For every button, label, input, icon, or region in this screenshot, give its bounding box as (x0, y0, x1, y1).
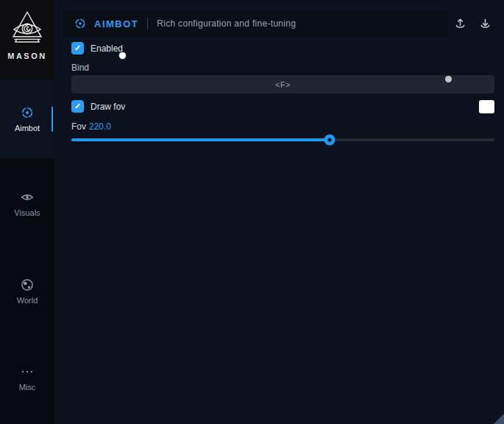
mouse-cursor-dot (119, 52, 126, 59)
sidebar-item-label: World (17, 296, 38, 305)
enabled-label: Enabled (90, 43, 123, 54)
sidebar-item-label: Visuals (14, 208, 40, 217)
fov-value: 220.0 (89, 121, 111, 132)
fov-color-swatch[interactable] (479, 100, 494, 113)
app-window: MASON Aimbot Visuals World (0, 0, 504, 424)
fov-slider-fill (71, 138, 330, 141)
page-header: AIMBOT Rich configuration and fine-tunin… (63, 10, 447, 37)
export-config-button[interactable] (450, 14, 469, 33)
sidebar-item-label: Misc (19, 383, 36, 392)
fov-label-text: Fov (71, 121, 86, 132)
globe-icon (20, 278, 35, 292)
bind-key-input[interactable]: <F> (71, 75, 494, 93)
sidebar-item-visuals[interactable]: Visuals (0, 190, 54, 217)
crosshair-icon (74, 17, 87, 30)
ellipsis-icon (20, 364, 35, 379)
active-tab-indicator (52, 107, 53, 132)
draw-fov-label: Draw fov (90, 102, 125, 112)
window-corner-notch (494, 414, 504, 424)
fov-slider-handle[interactable] (324, 135, 335, 146)
bind-key-value: <F> (275, 80, 291, 89)
draw-fov-row: Draw fov (71, 100, 125, 113)
brand-name: MASON (7, 52, 46, 60)
upload-icon (453, 17, 467, 31)
sidebar: MASON Aimbot Visuals World (0, 0, 54, 424)
sidebar-item-aimbot[interactable]: Aimbot (0, 80, 54, 158)
draw-fov-checkbox[interactable] (71, 100, 84, 113)
fov-label: Fov220.0 (71, 121, 111, 132)
sidebar-item-misc[interactable]: Misc (0, 364, 54, 392)
brand-logo-block: MASON (0, 0, 54, 80)
eye-icon (20, 190, 35, 205)
fov-slider[interactable] (71, 134, 494, 146)
import-config-button[interactable] (475, 14, 494, 33)
sidebar-item-label: Aimbot (15, 124, 40, 132)
enabled-row: Enabled (71, 42, 123, 54)
mason-eye-pyramid-logo (7, 9, 47, 49)
download-icon (478, 17, 492, 31)
dot-indicator (445, 76, 452, 82)
page-title: AIMBOT (94, 18, 138, 29)
crosshair-icon (20, 105, 35, 120)
sidebar-item-world[interactable]: World (0, 278, 54, 305)
header-divider (147, 18, 148, 29)
bind-label: Bind (71, 63, 89, 73)
main-panel: AIMBOT Rich configuration and fine-tunin… (54, 0, 504, 424)
page-subtitle: Rich configuration and fine-tuning (157, 18, 296, 29)
enabled-checkbox[interactable] (71, 42, 84, 54)
